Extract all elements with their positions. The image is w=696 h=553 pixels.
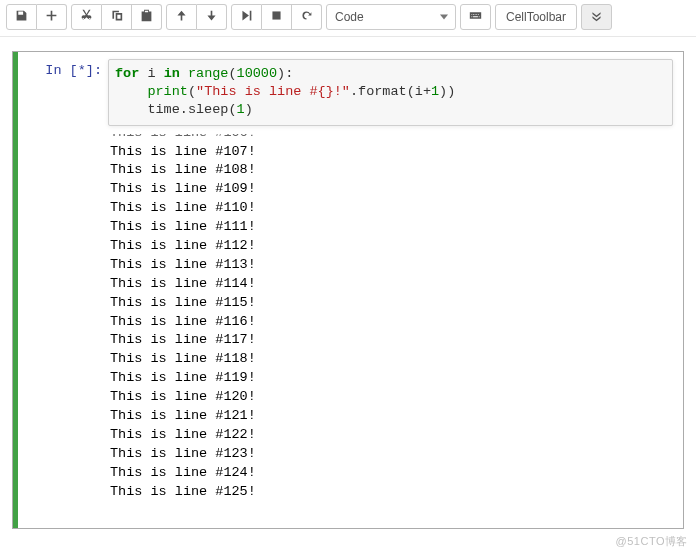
output-line: This is line #121! (110, 407, 673, 426)
output-line: This is line #114! (110, 275, 673, 294)
scissors-icon (80, 9, 93, 25)
output-line: This is line #122! (110, 426, 673, 445)
output-line: This is line #117! (110, 331, 673, 350)
output-line: This is line #110! (110, 199, 673, 218)
paste-button[interactable] (132, 4, 162, 30)
save-icon (15, 9, 28, 25)
move-down-button[interactable] (197, 4, 227, 30)
output-line: This is line #108! (110, 161, 673, 180)
refresh-icon (300, 9, 313, 25)
output-line: This is line #115! (110, 294, 673, 313)
code-cell[interactable]: In [*]: for i in range(10000): print("Th… (13, 52, 683, 528)
output-line: This is line #125! (110, 483, 673, 502)
output-line: This is line #109! (110, 180, 673, 199)
copy-icon (110, 9, 123, 25)
plus-icon (45, 9, 58, 25)
arrow-up-icon (175, 9, 188, 25)
output-line: This is line #118! (110, 350, 673, 369)
add-cell-button[interactable] (37, 4, 67, 30)
cell-toolbar-button[interactable]: CellToolbar (495, 4, 577, 30)
expand-toolbar-button[interactable] (581, 4, 612, 30)
chevron-down-icon (440, 15, 448, 20)
output-line: This is line #123! (110, 445, 673, 464)
copy-button[interactable] (102, 4, 132, 30)
watermark: @51CTO博客 (616, 534, 688, 549)
stop-icon (270, 9, 283, 25)
cut-button[interactable] (71, 4, 102, 30)
output-line: This is line #119! (110, 369, 673, 388)
cell-type-value: Code (335, 10, 364, 24)
chevrons-down-icon (590, 9, 603, 25)
cell-type-select[interactable]: Code (326, 4, 456, 30)
output-line: This is line #124! (110, 464, 673, 483)
output-line: This is line #112! (110, 237, 673, 256)
output-line: This is line #116! (110, 313, 673, 332)
output-line: This is line #120! (110, 388, 673, 407)
cell-toolbar-label: CellToolbar (506, 10, 566, 24)
output-line: This is line #113! (110, 256, 673, 275)
move-up-button[interactable] (166, 4, 197, 30)
notebook-container: In [*]: for i in range(10000): print("Th… (12, 51, 684, 529)
input-prompt: In [*]: (18, 55, 108, 528)
run-button[interactable] (231, 4, 262, 30)
keyboard-icon (469, 9, 482, 25)
output-line-partial: This is line #106! (110, 124, 673, 143)
restart-button[interactable] (292, 4, 322, 30)
arrow-down-icon (205, 9, 218, 25)
command-palette-button[interactable] (460, 4, 491, 30)
save-button[interactable] (6, 4, 37, 30)
step-forward-icon (240, 9, 253, 25)
paste-icon (140, 9, 153, 25)
interrupt-button[interactable] (262, 4, 292, 30)
cell-content: for i in range(10000): print("This is li… (108, 55, 679, 528)
output-line: This is line #107! (110, 143, 673, 162)
toolbar: Code CellToolbar (0, 0, 696, 37)
code-input[interactable]: for i in range(10000): print("This is li… (108, 59, 673, 126)
output-line: This is line #111! (110, 218, 673, 237)
output-area: This is line #106! This is line #107!Thi… (108, 124, 673, 502)
